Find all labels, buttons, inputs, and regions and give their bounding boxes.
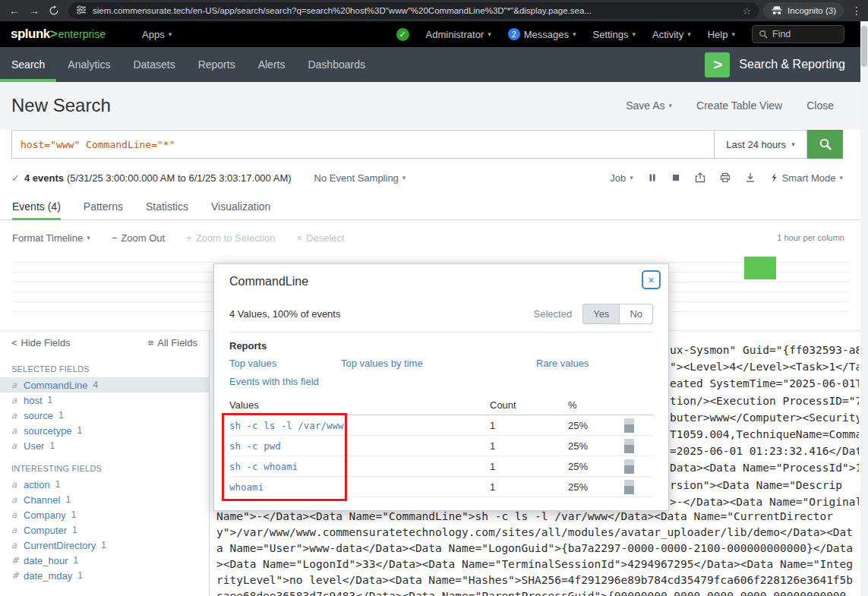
messages-menu[interactable]: 2 Messages ▾ [508,28,576,40]
field-company[interactable]: a Company 1 [0,507,209,522]
splunk-logo[interactable]: splunk > enterprise [11,27,106,42]
caret-icon: ▾ [488,30,491,38]
field-currentdirectory[interactable]: a CurrentDirectory 1 [0,538,209,553]
site-info-icon[interactable] [76,5,87,17]
field-channel[interactable]: a Channel 1 [0,492,209,507]
create-table-view-button[interactable]: Create Table View [696,99,782,112]
nav-alerts[interactable]: Alerts [247,47,297,82]
field-action[interactable]: a action 1 [0,477,209,492]
job-menu[interactable]: Job ▾ [610,172,633,184]
interesting-fields-header: INTERESTING FIELDS [11,464,197,473]
health-check-icon[interactable]: ✓ [396,28,409,41]
page-scrollbar[interactable] [860,21,868,596]
caret-icon: ▾ [791,140,795,148]
browser-forward-button[interactable]: → [24,2,44,20]
field-date-mday[interactable]: # date_mday 1 [0,568,209,583]
save-as-menu[interactable]: Save As ▾ [626,99,672,112]
nav-datasets[interactable]: Datasets [122,47,186,82]
value-link[interactable]: sh -c ls -l /var/www [229,420,484,431]
activity-menu[interactable]: Activity ▾ [652,29,691,40]
app-brand[interactable]: > Search & Reporting [705,47,845,82]
field-count: 1 [48,395,53,405]
field-sourcetype[interactable]: a sourcetype 1 [0,423,209,438]
browser-refresh-button[interactable] [44,2,64,20]
find-search-box[interactable] [752,25,844,43]
raw-line: ux-Sysmon" Guid="{ff032593-a8d3-4f [670,342,859,358]
browser-address-bar[interactable]: siem.commensurate.tech/en-US/app/search/… [68,2,759,19]
raw-line: rsion"><Data Name="Descrip [670,477,859,494]
search-submit-button[interactable] [807,130,843,159]
field-host[interactable]: a host 1 [0,393,209,408]
search-mode-menu[interactable]: Smart Mode ▾ [770,172,843,184]
popup-title: CommandLine [229,275,653,289]
events-with-field-link[interactable]: Events with this field [229,375,319,388]
scrollbar-thumb[interactable] [861,26,867,67]
caret-icon: ▾ [632,30,636,38]
tab-visualization[interactable]: Visualization [211,194,270,219]
deselect-button: × Deselect [297,232,345,244]
find-input[interactable] [772,29,833,39]
caret-icon: ▾ [87,234,90,241]
print-button[interactable] [720,172,731,183]
splunk-topbar: splunk > enterprise Apps ▾ ✓ Administrat… [0,21,868,47]
format-timeline-menu[interactable]: Format Timeline ▾ [12,232,90,244]
value-count: 1 [484,420,556,431]
field-count: 1 [74,555,79,566]
field-source[interactable]: a source 1 [0,408,209,423]
app-navbar: Search Analytics Datasets Reports Alerts… [0,47,868,82]
tab-statistics[interactable]: Statistics [146,194,188,219]
share-button[interactable] [695,172,705,183]
messages-label: Messages [524,29,569,40]
stop-button[interactable] [671,173,680,182]
nav-reports[interactable]: Reports [187,47,247,82]
browser-menu-icon[interactable]: ⋮ [850,5,863,17]
tab-events[interactable]: Events (4) [12,194,61,219]
nav-dashboards[interactable]: Dashboards [296,47,377,82]
logo-splunk-text: splunk [11,27,50,42]
field-computer[interactable]: a Computer 1 [0,522,209,538]
popup-close-button[interactable]: × [642,270,661,289]
field-user[interactable]: a User 1 [0,438,209,453]
apps-menu[interactable]: Apps ▾ [142,29,172,40]
all-fields-button[interactable]: ≡ All Fields [148,337,197,348]
value-bar [624,439,634,453]
rare-values-link[interactable]: Rare values [536,357,589,370]
zoom-to-selection-button: + Zoom to Selection [186,232,275,244]
value-link[interactable]: sh -c pwd [229,440,484,452]
close-search-button[interactable]: Close [806,99,834,112]
list-icon: ≡ [148,337,154,348]
time-range-picker[interactable]: Last 24 hours ▾ [715,130,807,159]
top-values-by-time-link[interactable]: Top values by time [341,357,536,370]
url-text: siem.commensurate.tech/en-US/app/search/… [93,6,736,15]
zoom-out-button[interactable]: − Zoom Out [112,232,165,244]
top-values-link[interactable]: Top values [229,357,341,370]
nav-analytics[interactable]: Analytics [56,47,122,82]
field-commandline[interactable]: a CommandLine 4 [0,377,209,393]
event-sampling-menu[interactable]: No Event Sampling ▾ [314,172,406,184]
export-button[interactable] [745,172,756,183]
help-menu[interactable]: Help ▾ [708,29,735,40]
value-pct: 25% [556,420,624,431]
selected-yes-button[interactable]: Yes [582,304,620,324]
selected-toggle: Yes No [582,304,653,324]
bookmark-star-icon[interactable]: ☆ [742,5,751,17]
field-type-icon: # [11,570,18,581]
user-menu[interactable]: Administrator ▾ [426,29,491,40]
hide-fields-button[interactable]: < Hide Fields [11,337,71,348]
browser-back-button[interactable]: ← [5,2,24,20]
selected-label: Selected [534,308,573,320]
value-link[interactable]: sh -c whoami [229,461,484,472]
raw-line: a Name="User">www-data</Data><Data Name=… [216,541,859,557]
search-reporting-app-icon: > [705,52,730,77]
raw-line: Name">-</Data><Data Name="CommandLine">s… [216,509,859,525]
pause-button[interactable] [648,173,657,182]
results-toolbar: ✓ 4 events (5/31/25 3:00:00.000 AM to 6/… [0,162,860,194]
settings-menu[interactable]: Settings ▾ [593,29,636,40]
selected-no-button[interactable]: No [620,304,653,324]
value-link[interactable]: whoami [229,481,484,493]
search-query-input[interactable]: host="www" CommandLine="*" [11,130,715,159]
tab-patterns[interactable]: Patterns [84,194,123,219]
timeline-event-bar[interactable] [744,257,776,279]
field-date-hour[interactable]: # date_hour 1 [0,553,209,568]
nav-search[interactable]: Search [0,47,56,82]
